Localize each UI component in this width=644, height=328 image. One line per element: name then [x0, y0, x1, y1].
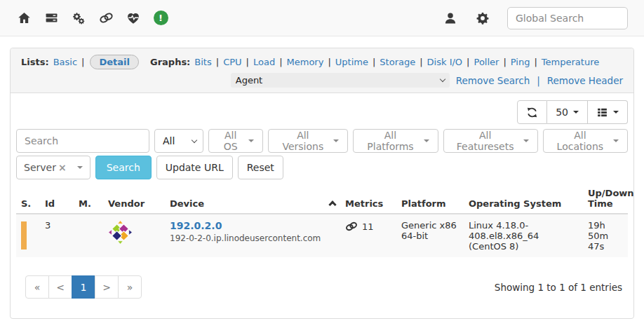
- graph-link-diskio[interactable]: Disk I/O: [427, 57, 474, 67]
- column-header-os[interactable]: Operating System: [464, 184, 583, 214]
- status-warning-bar: [21, 221, 27, 250]
- navbar-right: [443, 7, 628, 29]
- tag-label: Server: [24, 162, 56, 173]
- graph-link-ping[interactable]: Ping: [511, 57, 542, 67]
- column-header-uptime[interactable]: Up/Down Time: [583, 184, 628, 214]
- health-icon: [126, 11, 140, 25]
- centos-logo-icon: [108, 220, 133, 245]
- remove-tag-icon[interactable]: ×: [58, 162, 67, 173]
- graph-link-poller[interactable]: Poller: [474, 57, 511, 67]
- uptime-cell: 19h 50m 47s: [583, 214, 628, 257]
- refresh-icon: [526, 107, 538, 118]
- graph-link-bits[interactable]: Bits: [194, 57, 223, 67]
- nav-home-button[interactable]: [16, 11, 32, 26]
- pagination-prev-button[interactable]: <: [48, 275, 72, 299]
- filter-all-os-dropdown[interactable]: All OS: [208, 129, 263, 153]
- graphs-label: Graphs:: [150, 57, 190, 67]
- metrics-link[interactable]: 11: [345, 220, 391, 233]
- settings-menu-button[interactable]: [475, 11, 490, 26]
- home-icon: [18, 11, 31, 25]
- list-detail-button[interactable]: Detail: [90, 55, 139, 69]
- type-select[interactable]: All: [154, 129, 203, 153]
- pagination-row: « < 1 > » Showing 1 to 1 of 1 entries: [16, 257, 628, 299]
- lists-graphs-row: Lists: Basic | Detail Graphs: Bits CPU L…: [21, 55, 623, 69]
- column-header-vendor[interactable]: Vendor: [103, 184, 165, 214]
- reset-button[interactable]: Reset: [238, 156, 283, 179]
- panel-body: 50 All All OS All Versions All Platforms…: [11, 93, 633, 299]
- table-row[interactable]: 3: [16, 214, 628, 257]
- nav-services-button[interactable]: [71, 11, 86, 26]
- sort-ascending-icon: [328, 200, 336, 208]
- chevron-down-icon: [439, 76, 445, 82]
- nav-ports-button[interactable]: [98, 11, 114, 26]
- filter-all-versions-dropdown[interactable]: All Versions: [268, 129, 348, 153]
- list-basic-link[interactable]: Basic: [53, 57, 77, 67]
- column-header-device-label: Device: [170, 198, 204, 209]
- global-search-input[interactable]: [507, 7, 628, 29]
- filter-label: All OS: [217, 130, 243, 152]
- servers-icon: [45, 11, 58, 25]
- graph-link-storage[interactable]: Storage: [380, 57, 427, 67]
- remove-search-link[interactable]: Remove Search: [456, 75, 530, 86]
- pagination-page-1-button[interactable]: 1: [72, 275, 95, 299]
- apply-search-button[interactable]: Search: [95, 156, 152, 179]
- device-cell: 192.0.2.0 192-0-2-0.ip.linodeusercontent…: [165, 214, 340, 257]
- column-header-m[interactable]: M.: [74, 184, 103, 214]
- os-cell: Linux 4.18.0-408.el8.x86_64 (CentOS 8): [464, 214, 583, 257]
- caret-down-icon: [573, 111, 579, 114]
- graph-link-load[interactable]: Load: [253, 57, 287, 67]
- device-link[interactable]: 192.0.2.0: [170, 220, 222, 231]
- filter-label: All Platforms: [362, 130, 418, 152]
- links-icon: [99, 11, 114, 25]
- filter-all-featuresets-dropdown[interactable]: All Featuresets: [443, 129, 538, 153]
- page-size-dropdown[interactable]: 50: [547, 100, 588, 124]
- graph-link-memory[interactable]: Memory: [287, 57, 335, 67]
- devices-panel: Lists: Basic | Detail Graphs: Bits CPU L…: [10, 48, 634, 319]
- toolbar-row: 50: [16, 97, 628, 129]
- pagination-first-button[interactable]: «: [25, 275, 49, 299]
- pagination: « < 1 > »: [25, 275, 142, 299]
- column-header-id[interactable]: Id: [40, 184, 74, 214]
- caret-down-icon: [523, 139, 529, 142]
- pagination-next-button[interactable]: >: [95, 275, 119, 299]
- column-header-status[interactable]: S.: [16, 184, 40, 214]
- pagination-last-button[interactable]: »: [118, 275, 142, 299]
- graph-link-uptime[interactable]: Uptime: [335, 57, 380, 67]
- caret-down-icon: [248, 139, 254, 142]
- update-url-button[interactable]: Update URL: [156, 156, 233, 179]
- search-input[interactable]: [16, 129, 149, 153]
- filter-label: All Featuresets: [452, 130, 518, 152]
- device-type-tag-dropdown[interactable]: Server ×: [16, 156, 90, 179]
- column-header-platform[interactable]: Platform: [396, 184, 464, 214]
- column-header-device[interactable]: Device: [165, 184, 340, 214]
- nav-health-button[interactable]: [126, 11, 141, 26]
- nav-devices-button[interactable]: [43, 11, 59, 26]
- filter-all-platforms-dropdown[interactable]: All Platforms: [353, 129, 438, 153]
- platform-cell: Generic x86 64-bit: [396, 214, 464, 257]
- caret-down-icon: [613, 111, 619, 114]
- agent-select[interactable]: Agent: [231, 73, 450, 88]
- caret-down-icon: [424, 139, 429, 142]
- top-navbar: !: [0, 0, 644, 36]
- link-chain-icon: [345, 220, 358, 233]
- view-mode-dropdown[interactable]: [588, 100, 628, 124]
- filter-label: All Versions: [277, 130, 328, 152]
- graph-link-temperature[interactable]: Temperature: [542, 57, 599, 67]
- column-header-metrics[interactable]: Metrics: [340, 184, 396, 214]
- lists-label: Lists:: [21, 57, 49, 67]
- list-view-icon: [596, 107, 608, 118]
- navbar-menu: !: [16, 11, 168, 26]
- nav-alerts-button[interactable]: !: [153, 11, 168, 26]
- metrics-count: 11: [362, 221, 374, 232]
- filter-label: All Locations: [552, 130, 608, 152]
- toolbar-button-group: 50: [517, 100, 628, 124]
- table-header-row: S. Id M. Vendor Device Metrics Platform …: [16, 184, 628, 214]
- agent-row: Agent Remove Search | Remove Header: [21, 73, 623, 88]
- filter-all-locations-dropdown[interactable]: All Locations: [543, 129, 628, 153]
- refresh-button[interactable]: [517, 100, 547, 124]
- remove-header-link[interactable]: Remove Header: [547, 75, 623, 86]
- user-menu-button[interactable]: [443, 11, 458, 26]
- graph-link-cpu[interactable]: CPU: [223, 57, 253, 67]
- alert-icon: !: [154, 11, 168, 25]
- filter-row-2: Server × Search Update URL Reset: [16, 156, 628, 179]
